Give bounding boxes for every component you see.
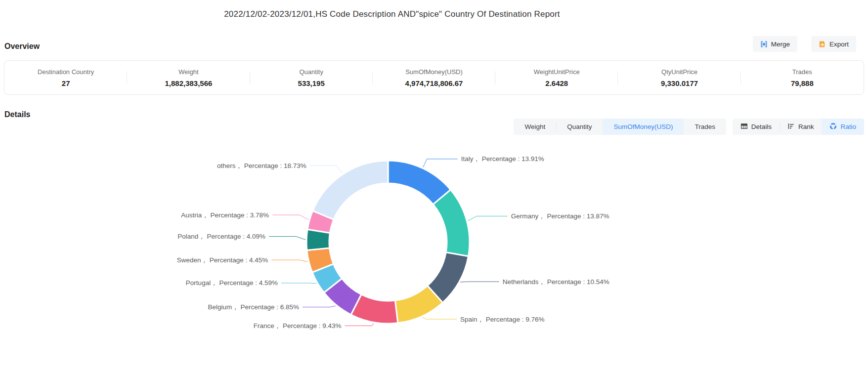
tab-rank[interactable]: Rank xyxy=(780,119,822,135)
stat-quantity: Quantity533,195 xyxy=(250,66,373,89)
slice-label-belgium: Belgium， Percentage : 6.85% xyxy=(208,303,299,311)
slice-label-france: France， Percentage : 9.43% xyxy=(254,322,342,330)
label-leader-line xyxy=(423,159,458,167)
stat-label: Weight xyxy=(127,68,250,76)
tab-ratio[interactable]: Ratio xyxy=(822,119,864,135)
rank-icon xyxy=(787,123,795,131)
merge-icon xyxy=(760,41,768,48)
donut-chart: Italy， Percentage : 13.91%Germany， Perce… xyxy=(0,138,868,372)
overview-heading: Overview xyxy=(4,42,40,51)
stat-label: Trades xyxy=(741,68,864,76)
metric-tabs: WeightQuantitySumOfMoney(USD)Trades xyxy=(514,119,726,135)
slice-label-germany: Germany， Percentage : 13.87% xyxy=(511,212,609,220)
tab-sumofmoney-usd-[interactable]: SumOfMoney(USD) xyxy=(603,119,684,135)
stat-value: 4,974,718,806.67 xyxy=(373,79,495,87)
slice-label-italy: Italy， Percentage : 13.91% xyxy=(461,155,544,163)
page-title: 2022/12/02-2023/12/01,HS Code Descriptio… xyxy=(0,9,868,19)
label-leader-line xyxy=(310,165,343,173)
stat-sumofmoney-usd-: SumOfMoney(USD)4,974,718,806.67 xyxy=(373,66,495,89)
export-button-label: Export xyxy=(829,41,849,48)
slice-label-spain: Spain， Percentage : 9.76% xyxy=(460,316,544,323)
tab-label: Details xyxy=(751,123,772,130)
page-title-text: 2022/12/02-2023/12/01,HS Code Descriptio… xyxy=(224,9,560,19)
merge-button-label: Merge xyxy=(771,41,790,48)
label-leader-line xyxy=(281,283,316,284)
label-leader-line xyxy=(303,306,336,307)
slice-label-poland: Poland， Percentage : 4.09% xyxy=(177,233,265,240)
tab-label: Rank xyxy=(798,123,814,130)
stat-value: 79,888 xyxy=(741,79,864,87)
tab-quantity[interactable]: Quantity xyxy=(556,119,603,135)
label-leader-line xyxy=(422,317,457,319)
stat-label: QtyUnitPrice xyxy=(618,68,740,76)
label-leader-line xyxy=(272,215,308,220)
export-icon xyxy=(819,41,826,48)
table-icon xyxy=(740,123,748,131)
stat-value: 1,882,383,566 xyxy=(127,79,250,87)
label-leader-line xyxy=(468,216,507,221)
slice-label-sweden: Sweden， Percentage : 4.45% xyxy=(177,256,268,264)
tab-label: Weight xyxy=(524,123,545,130)
slice-label-others: others， Percentage : 18.73% xyxy=(217,162,306,169)
label-leader-line xyxy=(271,260,307,262)
label-leader-line xyxy=(345,323,374,326)
stat-weight: Weight1,882,383,566 xyxy=(127,66,250,89)
stat-value: 9,330.0177 xyxy=(618,79,740,87)
export-button[interactable]: Export xyxy=(811,36,856,52)
tab-label: SumOfMoney(USD) xyxy=(613,123,673,130)
stat-value: 533,195 xyxy=(250,79,373,87)
view-tabs: DetailsRankRatio xyxy=(733,119,864,135)
label-leader-line xyxy=(269,237,305,240)
stat-weightunitprice: WeightUnitPrice2.6428 xyxy=(495,66,618,89)
stat-qtyunitprice: QtyUnitPrice9,330.0177 xyxy=(618,66,740,89)
stat-value: 2.6428 xyxy=(495,79,618,87)
label-leader-line xyxy=(460,282,499,282)
ratio-icon xyxy=(829,123,837,131)
details-heading: Details xyxy=(4,110,30,119)
stat-trades: Trades79,888 xyxy=(741,66,864,89)
action-buttons: Merge Export xyxy=(753,36,856,52)
slice-label-portugal: Portugal， Percentage : 4.59% xyxy=(186,279,278,287)
tab-weight[interactable]: Weight xyxy=(514,119,556,135)
tab-trades[interactable]: Trades xyxy=(684,119,726,135)
tab-label: Ratio xyxy=(840,123,856,130)
stat-label: Destination Country xyxy=(4,68,127,76)
donut-slice-germany[interactable] xyxy=(433,190,470,256)
tab-label: Quantity xyxy=(567,123,592,130)
stat-label: Quantity xyxy=(250,68,373,76)
stat-label: WeightUnitPrice xyxy=(495,68,618,76)
slice-label-austria: Austria， Percentage : 3.78% xyxy=(181,211,269,219)
donut-slice-others[interactable] xyxy=(313,161,388,219)
tab-label: Trades xyxy=(694,123,715,130)
stat-label: SumOfMoney(USD) xyxy=(373,68,495,76)
stat-destination-country: Destination Country27 xyxy=(4,66,127,89)
stat-value: 27 xyxy=(4,79,127,87)
stats-bar: Destination Country27Weight1,882,383,566… xyxy=(4,60,864,95)
slice-label-netherlands: Netherlands， Percentage : 10.54% xyxy=(503,278,609,286)
tab-details[interactable]: Details xyxy=(733,119,780,135)
merge-button[interactable]: Merge xyxy=(753,36,797,52)
